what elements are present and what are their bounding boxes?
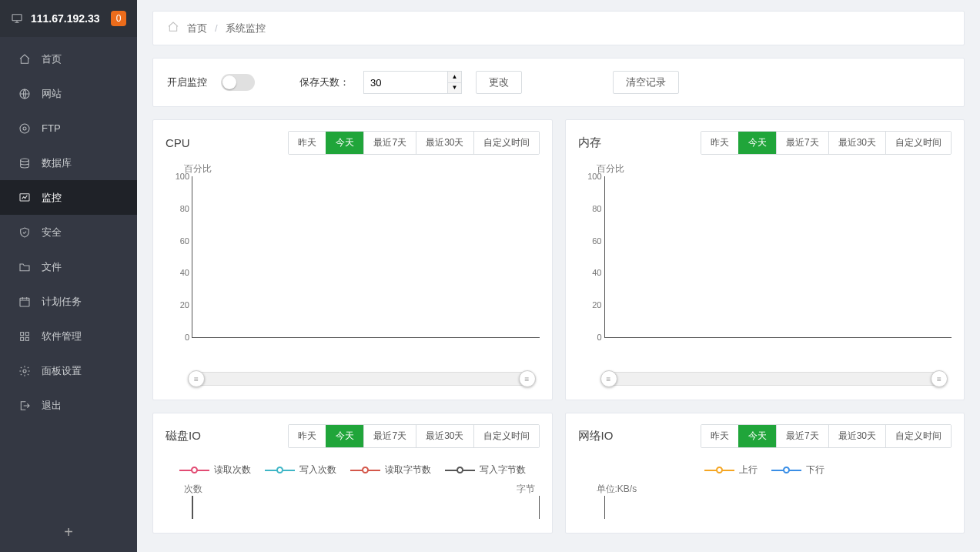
legend-item[interactable]: 写入次数	[265, 463, 336, 477]
slider-handle-left[interactable]: ≡	[600, 370, 617, 387]
sidebar-item-logout[interactable]: 退出	[0, 388, 137, 423]
spinner-up[interactable]: ▲	[447, 72, 461, 83]
save-button[interactable]: 更改	[476, 71, 522, 94]
range-tab-last30[interactable]: 最近30天	[416, 132, 473, 154]
range-tab-last7[interactable]: 最近7天	[363, 425, 416, 447]
sidebar-item-label: FTP	[42, 122, 61, 134]
y-tick: 60	[169, 236, 189, 246]
memory-range-tabs: 昨天今天最近7天最近30天自定义时间	[701, 131, 952, 155]
main-content: 首页 / 系统监控 开启监控 保存天数： ▲ ▼ 更改 清空记录 CPU 昨天今…	[137, 0, 980, 552]
range-tab-yesterday[interactable]: 昨天	[289, 132, 326, 154]
sidebar-item-home[interactable]: 首页	[0, 42, 137, 76]
monitor-icon	[18, 192, 31, 204]
keep-days-spinner: ▲ ▼	[447, 72, 461, 93]
y-tick: 80	[582, 204, 602, 213]
range-tab-today[interactable]: 今天	[738, 425, 776, 447]
range-tab-custom[interactable]: 自定义时间	[473, 425, 539, 447]
legend-marker	[350, 467, 380, 473]
cpu-panel: CPU 昨天今天最近7天最近30天自定义时间 百分比 020406080100 …	[152, 119, 553, 400]
keep-days-label: 保存天数：	[299, 75, 350, 89]
disk-legend: 读取次数写入次数读取字节数写入字节数	[166, 456, 540, 480]
spinner-down[interactable]: ▼	[447, 83, 461, 94]
sidebar-item-label: 安全	[42, 226, 62, 239]
range-tab-today[interactable]: 今天	[738, 132, 776, 154]
range-tab-today[interactable]: 今天	[326, 425, 363, 447]
sidebar-item-shield[interactable]: 安全	[0, 215, 137, 249]
sidebar-item-monitor[interactable]: 监控	[0, 180, 137, 215]
sidebar-item-label: 首页	[42, 52, 62, 66]
range-tab-today[interactable]: 今天	[326, 132, 363, 154]
svg-rect-9	[21, 337, 24, 340]
sidebar-item-label: 面板设置	[42, 364, 82, 378]
range-tab-custom[interactable]: 自定义时间	[885, 425, 951, 447]
legend-item[interactable]: 写入字节数	[445, 463, 526, 477]
breadcrumb-home[interactable]: 首页	[187, 22, 207, 35]
range-tab-custom[interactable]: 自定义时间	[473, 132, 539, 154]
legend-marker	[771, 467, 801, 473]
add-menu-button[interactable]: +	[0, 513, 137, 552]
calendar-icon	[18, 296, 31, 308]
db-icon	[18, 157, 31, 169]
sidebar-item-label: 文件	[42, 260, 62, 274]
sidebar-item-label: 退出	[42, 399, 62, 413]
svg-rect-10	[25, 337, 28, 340]
network-unit-label: 单位:KB/s	[597, 483, 637, 496]
range-tab-yesterday[interactable]: 昨天	[289, 425, 326, 447]
sidebar-item-apps[interactable]: 软件管理	[0, 319, 137, 353]
slider-handle-right[interactable]: ≡	[931, 370, 948, 387]
range-tab-last30[interactable]: 最近30天	[828, 425, 885, 447]
legend-label: 读取字节数	[385, 463, 431, 477]
legend-item[interactable]: 读取字节数	[350, 463, 431, 477]
svg-point-2	[20, 124, 29, 133]
disk-range-tabs: 昨天今天最近7天最近30天自定义时间	[288, 424, 539, 448]
legend-marker	[445, 467, 475, 473]
svg-rect-7	[21, 332, 24, 335]
range-tab-last30[interactable]: 最近30天	[828, 132, 885, 154]
y-tick: 0	[582, 333, 602, 342]
disk-ylabel-left: 次数	[184, 483, 202, 496]
range-tab-last7[interactable]: 最近7天	[363, 132, 416, 154]
sidebar-item-db[interactable]: 数据库	[0, 146, 137, 180]
disk-chart	[192, 496, 540, 519]
clear-records-button[interactable]: 清空记录	[613, 71, 679, 94]
range-tab-last7[interactable]: 最近7天	[776, 425, 828, 447]
range-tab-custom[interactable]: 自定义时间	[885, 132, 951, 154]
keep-days-input-wrap: ▲ ▼	[363, 71, 462, 94]
cpu-range-tabs: 昨天今天最近7天最近30天自定义时间	[288, 131, 539, 155]
legend-item[interactable]: 上行	[704, 463, 758, 477]
sidebar-item-calendar[interactable]: 计划任务	[0, 284, 137, 319]
disk-panel: 磁盘IO 昨天今天最近7天最近30天自定义时间 读取次数写入次数读取字节数写入字…	[152, 413, 553, 534]
slider-handle-left[interactable]: ≡	[188, 370, 205, 387]
sidebar-nav: 首页网站FTP数据库监控安全文件计划任务软件管理面板设置退出	[0, 37, 137, 513]
cpu-time-slider[interactable]: ≡ ≡	[192, 372, 532, 386]
legend-item[interactable]: 下行	[771, 463, 824, 477]
svg-point-11	[23, 370, 26, 373]
memory-panel: 内存 昨天今天最近7天最近30天自定义时间 百分比 020406080100 ≡…	[565, 119, 965, 400]
sidebar-header: 111.67.192.33 0	[0, 0, 137, 37]
network-range-tabs: 昨天今天最近7天最近30天自定义时间	[701, 424, 952, 448]
sidebar-item-disc[interactable]: FTP	[0, 111, 137, 146]
notification-badge[interactable]: 0	[111, 11, 126, 26]
memory-time-slider[interactable]: ≡ ≡	[604, 372, 945, 386]
range-tab-yesterday[interactable]: 昨天	[701, 132, 738, 154]
sidebar: 111.67.192.33 0 首页网站FTP数据库监控安全文件计划任务软件管理…	[0, 0, 137, 552]
y-tick: 20	[169, 300, 189, 309]
network-legend: 上行下行	[578, 456, 952, 480]
svg-rect-8	[25, 332, 28, 335]
range-tab-yesterday[interactable]: 昨天	[701, 425, 738, 447]
home-icon	[18, 53, 31, 65]
sidebar-item-label: 计划任务	[42, 295, 82, 309]
sidebar-item-gear[interactable]: 面板设置	[0, 353, 137, 388]
enable-monitor-toggle[interactable]	[221, 74, 255, 91]
sidebar-item-globe[interactable]: 网站	[0, 76, 137, 111]
sidebar-item-folder[interactable]: 文件	[0, 249, 137, 284]
enable-monitor-label: 开启监控	[167, 75, 207, 89]
memory-grid: 020406080100	[604, 176, 952, 338]
slider-handle-right[interactable]: ≡	[519, 370, 536, 387]
range-tab-last30[interactable]: 最近30天	[416, 425, 473, 447]
y-tick: 40	[582, 268, 602, 277]
legend-item[interactable]: 读取次数	[179, 463, 251, 477]
range-tab-last7[interactable]: 最近7天	[776, 132, 828, 154]
shield-icon	[18, 226, 31, 239]
y-tick: 20	[582, 300, 602, 309]
